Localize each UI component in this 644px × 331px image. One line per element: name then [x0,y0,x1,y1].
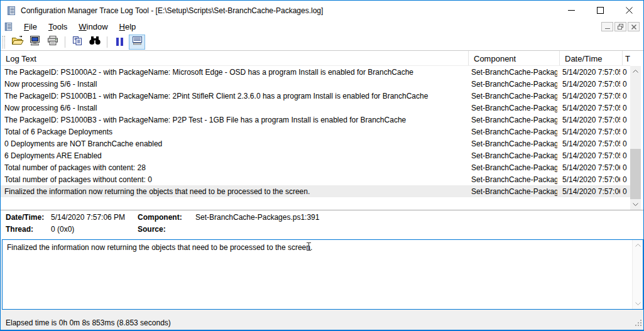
cell-component: Set-BranchCache-Package [466,80,557,89]
open-remote-button[interactable] [27,35,43,50]
toolbar-grip[interactable] [3,36,5,48]
scroll-up-arrow[interactable] [630,66,641,77]
cell-thread: 0 [620,163,630,172]
table-row[interactable]: Total number of packages with content: 2… [1,161,630,173]
cell-thread: 0 [620,151,630,160]
menu-tools[interactable]: Tools [43,21,73,33]
cell-datetime: 5/14/2020 7:57:05 [557,68,620,77]
cell-thread: 0 [620,128,630,136]
column-header-datetime[interactable]: Date/Time [560,51,623,66]
message-panel[interactable]: Finalized the information now returning … [2,239,643,310]
mdi-close-button[interactable] [628,22,640,31]
cell-datetime: 5/14/2020 7:57:05 [557,116,620,124]
table-row[interactable]: The PackageID: PS1000B3 - with PackageNa… [1,114,630,126]
resize-grip[interactable] [634,318,642,329]
title-bar: Configuration Manager Trace Log Tool - [… [1,1,643,20]
printer-icon [47,35,58,48]
table-row[interactable]: Now processing 6/6 - Install Set-BranchC… [1,102,630,114]
details-thread-label: Thread: [6,225,33,234]
cell-log-text: Finalized the information now returning … [1,187,466,196]
cell-log-text: Total number of packages without content… [1,175,466,184]
copy-button[interactable] [69,35,85,50]
list-scrollbar[interactable] [630,66,641,210]
table-row[interactable]: Total number of packages without content… [1,173,630,185]
open-log-button[interactable] [9,35,26,50]
cell-datetime: 5/14/2020 7:57:05 [557,139,620,148]
message-scrollbar[interactable] [632,240,643,309]
table-row[interactable]: The PackageID: PS1000B1 - with PackageNa… [1,90,630,102]
maximize-button[interactable] [586,1,614,20]
cell-thread: 0 [620,68,630,77]
table-row[interactable]: The PackageID: PS1000A2 - with PackageNa… [1,66,630,78]
cell-thread: 0 [620,187,630,196]
cell-datetime: 5/14/2020 7:57:05 [557,104,620,112]
pause-icon [116,38,123,46]
open-folder-icon [11,36,24,48]
cell-thread: 0 [620,92,630,100]
cell-component: Set-BranchCache-Package [466,175,557,184]
cell-log-text: 6 Deployments ARE Enabled [1,151,466,160]
mdi-window-controls [601,22,643,31]
mdi-restore-button[interactable] [614,22,626,31]
find-button[interactable] [87,35,103,50]
cell-log-text: The PackageID: PS1000B1 - with PackageNa… [1,92,466,100]
cell-datetime: 5/14/2020 7:57:05 [557,151,620,160]
details-component-label: Component: [138,213,182,222]
cell-component: Set-BranchCache-Package [466,163,557,172]
toolbar-separator [107,36,107,48]
details-datetime-value: 5/14/2020 7:57:06 PM [51,213,125,222]
cell-log-text: The PackageID: PS1000A2 - with PackageNa… [1,68,466,77]
app-window: Configuration Manager Trace Log Tool - [… [0,0,644,331]
cell-component: Set-BranchCache-Package [466,187,557,196]
table-row[interactable]: 6 Deployments ARE Enabled Set-BranchCach… [1,149,630,161]
close-button[interactable] [614,1,643,20]
cell-log-text: 0 Deployments are NOT BranchCache enable… [1,139,466,148]
minimize-button[interactable] [557,1,586,20]
message-text: Finalized the information now returning … [7,243,628,252]
cell-datetime: 5/14/2020 7:57:06 [557,175,620,184]
cell-component: Set-BranchCache-Package [466,92,557,100]
scroll-down-arrow[interactable] [630,199,641,210]
scroll-up-arrow[interactable] [633,240,643,251]
realtime-log-icon [132,36,143,48]
list-column-headers: Log Text Component Date/Time T [1,51,630,66]
elapsed-time-text: Elapsed time is 0h 0m 8s 853ms (8.853 se… [1,318,171,327]
cell-thread: 0 [620,80,630,89]
table-row[interactable]: 0 Deployments are NOT BranchCache enable… [1,138,630,149]
cell-datetime: 5/14/2020 7:57:06 [557,163,620,172]
cell-thread: 0 [620,175,630,184]
table-row[interactable]: Total of 6 Package Deployments Set-Branc… [1,126,630,138]
computer-icon [30,35,41,48]
cell-log-text: Now processing 5/6 - Install [1,80,466,89]
cell-log-text: Total of 6 Package Deployments [1,128,466,136]
menu-help[interactable]: Help [114,21,142,33]
details-source-label: Source: [138,225,166,234]
menu-window[interactable]: Window [73,21,113,33]
print-button[interactable] [45,35,61,50]
scrollbar-thumb[interactable] [630,149,641,199]
table-row[interactable]: Now processing 5/6 - Install Set-BranchC… [1,78,630,90]
cell-datetime: 5/14/2020 7:57:06 [557,187,620,196]
cell-log-text: Now processing 6/6 - Install [1,104,466,112]
cell-thread: 0 [620,116,630,124]
toolbar [1,33,643,51]
pause-button[interactable] [111,35,128,50]
column-header-log-text[interactable]: Log Text [1,51,469,66]
realtime-view-button[interactable] [129,35,145,50]
status-bar: Elapsed time is 0h 0m 8s 853ms (8.853 se… [1,315,643,330]
details-datetime-label: Date/Time: [6,213,44,222]
toolbar-separator [65,36,65,48]
column-header-component[interactable]: Component [469,51,560,66]
cell-datetime: 5/14/2020 7:57:05 [557,128,620,136]
menu-bar: File Tools Window Help [1,20,643,33]
table-row-selected[interactable]: Finalized the information now returning … [1,185,630,197]
cell-component: Set-BranchCache-Package [466,128,557,136]
cell-component: Set-BranchCache-Package [466,139,557,148]
mdi-minimize-button[interactable] [601,22,613,31]
menu-file[interactable]: File [18,21,43,33]
column-header-thread[interactable]: T [623,51,630,66]
cell-log-text: Total number of packages with content: 2… [1,163,466,172]
cell-component: Set-BranchCache-Package [466,68,557,77]
scroll-down-arrow[interactable] [633,298,643,309]
log-row-list: The PackageID: PS1000A2 - with PackageNa… [1,66,630,197]
